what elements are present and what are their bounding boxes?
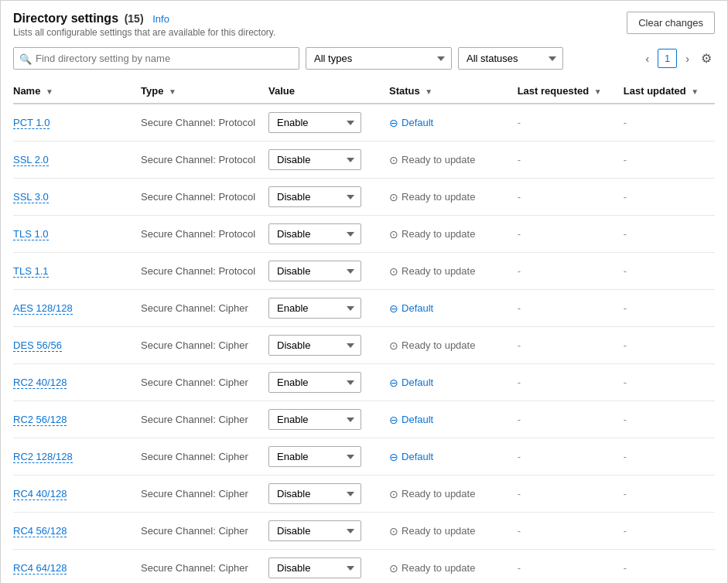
table-settings-button[interactable]: ⚙ [698, 48, 715, 69]
search-input[interactable] [13, 47, 299, 70]
ready-status-icon: ⊙ [389, 154, 398, 166]
row-name-link[interactable]: TLS 1.0 [13, 228, 49, 240]
page-container: Directory settings (15) Info Lists all c… [0, 0, 728, 583]
row-type: Secure Channel: Cipher [141, 476, 268, 513]
row-value-select[interactable]: EnableDisable [268, 372, 361, 393]
row-type: Secure Channel: Protocol [141, 141, 268, 179]
row-status: ⊙Ready to update [389, 141, 518, 179]
row-type: Secure Channel: Protocol [141, 104, 268, 141]
table-row: AES 128/128Secure Channel: CipherEnableD… [13, 290, 715, 327]
header-row: Directory settings (15) Info Lists all c… [13, 12, 715, 38]
row-last-requested: - [518, 253, 624, 290]
row-value-select[interactable]: EnableDisable [268, 335, 361, 356]
table-row: SSL 3.0Secure Channel: ProtocolEnableDis… [13, 179, 715, 216]
row-type: Secure Channel: Cipher [141, 364, 268, 401]
row-value-select[interactable]: EnableDisable [268, 520, 361, 541]
row-name-link[interactable]: SSL 3.0 [13, 191, 49, 203]
row-value-select[interactable]: EnableDisable [268, 186, 361, 207]
row-status: ⊖Default [389, 401, 518, 438]
row-last-requested: - [518, 290, 624, 327]
row-value-select[interactable]: EnableDisable [268, 446, 361, 467]
type-filter-select[interactable]: All types Secure Channel: Protocol Secur… [306, 47, 452, 70]
type-sort-icon: ▼ [169, 87, 176, 96]
table-row: DES 56/56Secure Channel: CipherEnableDis… [13, 327, 715, 364]
row-name-link[interactable]: RC4 64/128 [13, 562, 67, 574]
search-icon: 🔍 [19, 53, 32, 64]
row-value-select[interactable]: EnableDisable [268, 223, 361, 244]
row-type: Secure Channel: Protocol [141, 253, 268, 290]
ready-status-icon: ⊙ [389, 191, 398, 203]
row-last-requested: - [518, 364, 624, 401]
row-status: ⊙Ready to update [389, 253, 518, 290]
title-area: Directory settings (15) Info Lists all c… [13, 12, 275, 38]
col-header-status[interactable]: Status ▼ [389, 79, 518, 104]
row-name-link[interactable]: RC4 56/128 [13, 525, 67, 537]
table-row: TLS 1.1Secure Channel: ProtocolEnableDis… [13, 253, 715, 290]
row-name-link[interactable]: RC2 56/128 [13, 414, 67, 426]
pagination-area: ‹ 1 › ⚙ [640, 48, 715, 69]
table-row: TLS 1.0Secure Channel: ProtocolEnableDis… [13, 216, 715, 253]
row-type: Secure Channel: Protocol [141, 216, 268, 253]
data-table: Name ▼ Type ▼ Value Status ▼ Last reques… [13, 79, 715, 583]
row-name-link[interactable]: SSL 2.0 [13, 154, 49, 166]
row-last-updated: - [624, 216, 715, 253]
row-value-select[interactable]: EnableDisable [268, 112, 361, 133]
row-last-updated: - [624, 438, 715, 476]
name-sort-icon: ▼ [46, 87, 53, 96]
status-label: Ready to update [402, 154, 475, 165]
row-last-requested: - [518, 513, 624, 550]
row-name-link[interactable]: AES 128/128 [13, 302, 73, 315]
status-label: Ready to update [402, 228, 475, 240]
last-upd-sort-icon: ▼ [691, 87, 699, 96]
row-status: ⊖Default [389, 104, 518, 141]
col-header-name[interactable]: Name ▼ [13, 79, 141, 104]
row-status: ⊙Ready to update [389, 513, 518, 550]
next-page-button[interactable]: › [680, 49, 695, 69]
col-header-type[interactable]: Type ▼ [141, 79, 268, 104]
row-last-requested: - [518, 401, 624, 438]
status-filter-select[interactable]: All statuses Default Ready to update [458, 47, 563, 70]
row-type: Secure Channel: Cipher [141, 513, 268, 550]
col-header-last-requested[interactable]: Last requested ▼ [518, 79, 624, 104]
row-value-select[interactable]: EnableDisable [268, 298, 361, 319]
row-last-updated: - [624, 401, 715, 438]
col-header-value: Value [268, 79, 389, 104]
row-name-link[interactable]: RC2 40/128 [13, 377, 67, 389]
row-type: Secure Channel: Cipher [141, 290, 268, 327]
row-value-select[interactable]: EnableDisable [268, 149, 361, 170]
row-status: ⊙Ready to update [389, 216, 518, 253]
ready-status-icon: ⊙ [389, 525, 398, 537]
row-last-updated: - [624, 364, 715, 401]
status-label: Default [402, 117, 433, 128]
table-row: SSL 2.0Secure Channel: ProtocolEnableDis… [13, 141, 715, 179]
row-value-select[interactable]: EnableDisable [268, 557, 361, 578]
prev-page-button[interactable]: ‹ [640, 49, 655, 69]
clear-changes-button[interactable]: Clear changes [627, 12, 715, 34]
page-subtitle: Lists all configurable settings that are… [13, 27, 275, 38]
row-name-link[interactable]: DES 56/56 [13, 339, 62, 352]
row-last-requested: - [518, 141, 624, 179]
row-name-link[interactable]: RC2 128/128 [13, 451, 73, 463]
table-row: RC4 40/128Secure Channel: CipherEnableDi… [13, 476, 715, 513]
info-link[interactable]: Info [152, 13, 169, 25]
ready-status-icon: ⊙ [389, 339, 398, 352]
search-container: 🔍 [13, 47, 299, 70]
row-value-select[interactable]: EnableDisable [268, 261, 361, 281]
row-name-link[interactable]: RC4 40/128 [13, 488, 67, 500]
row-last-requested: - [518, 216, 624, 253]
row-last-requested: - [518, 476, 624, 513]
table-row: PCT 1.0Secure Channel: ProtocolEnableDis… [13, 104, 715, 141]
row-name-link[interactable]: TLS 1.1 [13, 265, 49, 278]
row-last-requested: - [518, 179, 624, 216]
col-header-last-updated[interactable]: Last updated ▼ [624, 79, 715, 104]
row-status: ⊙Ready to update [389, 476, 518, 513]
row-value-select[interactable]: EnableDisable [268, 483, 361, 504]
row-value-select[interactable]: EnableDisable [268, 409, 361, 430]
row-type: Secure Channel: Cipher [141, 401, 268, 438]
page-number: 1 [658, 49, 677, 68]
row-name-link[interactable]: PCT 1.0 [13, 117, 50, 129]
row-type: Secure Channel: Protocol [141, 179, 268, 216]
default-status-icon: ⊖ [389, 377, 398, 389]
table-row: RC2 40/128Secure Channel: CipherEnableDi… [13, 364, 715, 401]
table-row: RC2 56/128Secure Channel: CipherEnableDi… [13, 401, 715, 438]
